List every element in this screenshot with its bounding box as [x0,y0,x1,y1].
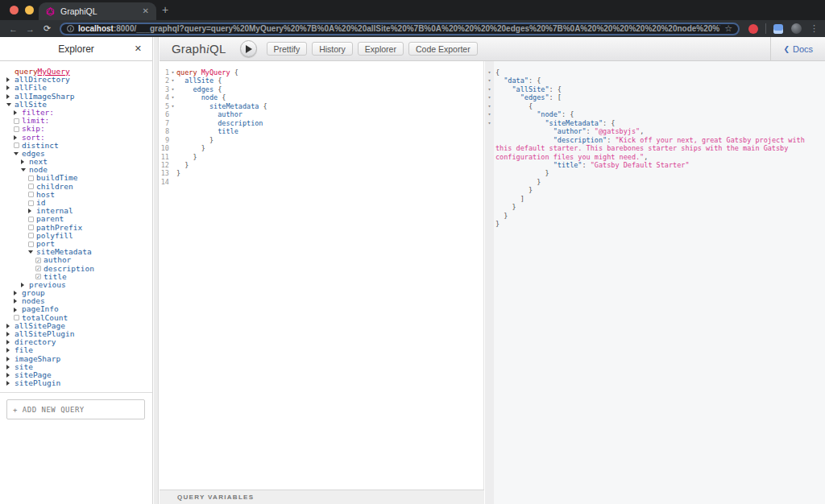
explorer-row[interactable]: skip: [6,125,152,133]
browser-tab[interactable]: GraphiQL ✕ [39,2,156,20]
checkbox-unchecked-icon[interactable] [28,225,34,230]
tab-close-icon[interactable]: ✕ [143,7,149,15]
reload-icon[interactable]: ⟳ [40,23,54,34]
explorer-toggle-button[interactable]: Explorer [358,42,404,56]
extension-icon-blue[interactable] [773,24,783,34]
browser-menu-icon[interactable]: ⋮ [810,23,819,34]
back-icon[interactable]: ← [6,24,20,34]
checkbox-unchecked-icon[interactable] [14,118,19,124]
tree-collapse-icon[interactable] [6,332,15,337]
checkbox-checked-icon[interactable]: ✓ [35,274,41,279]
query-variables-bar[interactable]: QUERY VARIABLES [160,490,484,504]
explorer-row[interactable]: buildTime [6,174,152,182]
fold-arrow-icon[interactable]: ▾ [169,68,176,76]
tree-checkbox[interactable] [14,126,22,132]
tree-checkbox[interactable]: ✓ [35,258,44,263]
docs-button[interactable]: ❮ Docs [770,37,825,60]
checkbox-checked-icon[interactable]: ✓ [35,266,41,271]
fold-arrow-icon[interactable]: ▾ [169,93,176,101]
checkbox-unchecked-icon[interactable] [28,192,34,197]
explorer-row[interactable]: pathPrefix [6,224,152,232]
tree-checkbox[interactable] [28,225,36,230]
tree-checkbox[interactable] [28,176,36,181]
explorer-row[interactable]: ✓author [6,256,152,264]
fold-arrow-icon[interactable]: ▾ [169,102,176,110]
tree-collapse-icon[interactable] [28,209,36,213]
tree-expand-icon[interactable] [14,152,22,155]
url-bar[interactable]: i localhost:8000/___graphql?query=query%… [60,23,740,35]
query-editor[interactable]: 1▾query MyQuery {2▾ allSite {3▾ edges {4… [160,61,484,490]
checkbox-unchecked-icon[interactable] [28,233,34,238]
checkbox-checked-icon[interactable]: ✓ [35,258,41,263]
explorer-row[interactable]: host [6,191,152,199]
panel-resizer[interactable] [154,37,159,504]
checkbox-unchecked-icon[interactable] [28,176,34,181]
window-minimize-button[interactable] [25,6,34,14]
tree-collapse-icon[interactable] [14,299,22,304]
explorer-row[interactable]: sitePlugin [6,379,152,387]
explorer-row[interactable]: siteMetadata [6,248,152,256]
fold-arrow-icon[interactable]: ▾ [485,110,494,118]
tree-collapse-icon[interactable] [6,85,15,90]
tree-expand-icon[interactable] [28,250,36,254]
prettify-button[interactable]: Prettify [267,42,308,56]
tree-collapse-icon[interactable] [6,381,15,386]
tree-checkbox[interactable] [14,315,22,320]
checkbox-unchecked-icon[interactable] [14,143,19,148]
new-tab-icon[interactable]: + [162,4,168,15]
explorer-row[interactable]: children [6,183,152,191]
tree-collapse-icon[interactable] [6,77,15,82]
tree-collapse-icon[interactable] [14,291,22,295]
tree-checkbox[interactable] [28,242,36,247]
fold-arrow-icon[interactable]: ▾ [485,102,494,110]
tree-checkbox[interactable] [28,233,36,238]
explorer-row[interactable]: id [6,199,152,207]
fold-arrow-icon[interactable]: ▾ [485,68,494,76]
tree-checkbox[interactable] [28,192,36,197]
tree-expand-icon[interactable] [21,168,29,171]
profile-avatar[interactable] [791,23,802,34]
history-button[interactable]: History [312,42,353,56]
checkbox-unchecked-icon[interactable] [28,217,34,222]
tree-collapse-icon[interactable] [14,110,22,115]
checkbox-unchecked-icon[interactable] [14,315,19,320]
fold-arrow-icon[interactable]: ▾ [485,93,494,101]
fold-arrow-icon[interactable]: ▾ [485,85,494,93]
explorer-row[interactable]: internal [6,207,152,215]
tree-collapse-icon[interactable] [14,308,22,312]
tree-collapse-icon[interactable] [6,357,15,361]
checkbox-unchecked-icon[interactable] [14,126,19,132]
site-info-icon[interactable]: i [67,25,74,32]
tree-collapse-icon[interactable] [14,135,22,140]
checkbox-unchecked-icon[interactable] [28,242,34,247]
explorer-row[interactable]: node [6,166,152,174]
forward-icon[interactable]: → [23,24,37,34]
tree-checkbox[interactable]: ✓ [35,266,44,271]
fold-arrow-icon[interactable]: ▾ [169,76,176,85]
window-close-button[interactable] [10,6,19,14]
tree-collapse-icon[interactable] [21,283,29,287]
tree-checkbox[interactable] [28,200,36,206]
fold-arrow-icon[interactable]: ▾ [485,76,494,85]
tree-collapse-icon[interactable] [6,348,15,353]
bookmark-star-icon[interactable]: ☆ [724,23,732,34]
tree-checkbox[interactable] [14,118,22,124]
tree-collapse-icon[interactable] [6,373,15,378]
explorer-row[interactable]: ✓description [6,265,152,273]
checkbox-unchecked-icon[interactable] [28,184,34,189]
tree-collapse-icon[interactable] [6,365,15,370]
tree-collapse-icon[interactable] [6,94,15,99]
extension-icon-red[interactable] [748,24,758,34]
code-exporter-button[interactable]: Code Exporter [408,42,478,56]
tree-checkbox[interactable] [14,143,22,148]
execute-query-button[interactable] [240,40,257,57]
tree-checkbox[interactable]: ✓ [35,274,44,279]
tree-collapse-icon[interactable] [6,324,15,328]
fold-arrow-icon[interactable]: ▾ [169,85,176,93]
tree-expand-icon[interactable] [6,103,15,106]
fold-arrow-icon[interactable]: ▾ [485,119,494,127]
add-new-query-button[interactable]: + ADD NEW QUERY [6,399,145,419]
tree-collapse-icon[interactable] [21,159,29,164]
explorer-close-icon[interactable]: ✕ [135,43,142,54]
explorer-row[interactable]: polyfill [6,232,152,240]
